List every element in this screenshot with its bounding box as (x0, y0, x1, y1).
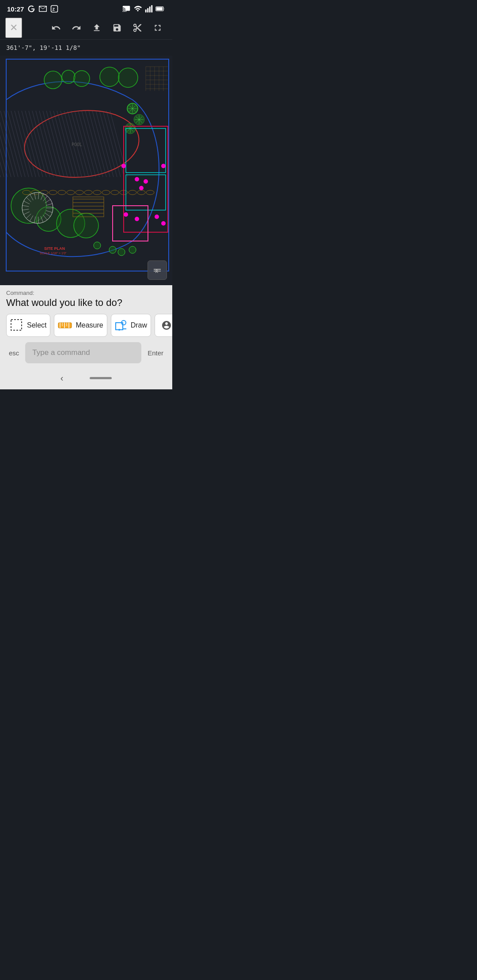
undo-button[interactable] (47, 19, 65, 36)
svg-rect-2 (145, 10, 147, 13)
enter-button[interactable]: Enter (145, 345, 166, 361)
coordinates-display: 361'-7", 19'-11 1/8" (0, 40, 172, 56)
more-button[interactable] (155, 314, 172, 337)
draw-icon (115, 319, 127, 332)
save-icon (112, 23, 122, 33)
command-input[interactable] (25, 342, 141, 363)
coordinates-value: 361'-7", 19'-11 1/8" (6, 44, 81, 51)
svg-rect-7 (156, 7, 163, 10)
status-icons-group (122, 5, 165, 13)
undo-icon (51, 23, 61, 33)
trim-button[interactable] (128, 19, 147, 36)
chevron-up-icon: ⌃ (154, 269, 161, 270)
redo-icon (72, 23, 81, 33)
time-display: 10:27 (7, 5, 24, 13)
upload-icon (92, 23, 102, 33)
trim-icon (132, 23, 142, 33)
fullscreen-icon (153, 23, 163, 33)
more-icon (161, 320, 172, 331)
svg-rect-4 (149, 7, 151, 13)
signal-icon (145, 5, 153, 13)
toolbar: ✕ (0, 16, 172, 40)
select-label: Select (27, 321, 46, 329)
chevron-up-icon-2: ⌃ (154, 271, 161, 271)
toolbar-actions (47, 19, 167, 36)
draw-button[interactable]: Draw (111, 314, 151, 337)
zoom-icon: Z (50, 5, 58, 13)
home-indicator[interactable] (90, 377, 112, 379)
select-icon (10, 319, 23, 332)
expand-panel-button[interactable]: ⌃ ⌃ (148, 260, 167, 280)
measure-button[interactable]: Measure (54, 314, 107, 337)
command-label: Command: (6, 290, 166, 296)
select-button[interactable]: Select (6, 314, 50, 337)
close-button[interactable]: ✕ (5, 18, 22, 38)
bottom-panel: Command: What would you like to do? Sele… (0, 285, 172, 369)
esc-button[interactable]: esc (6, 345, 22, 361)
draw-label: Draw (131, 321, 147, 329)
share-button[interactable] (87, 19, 106, 36)
status-bar: 10:27 Z (0, 0, 172, 16)
svg-point-18 (118, 329, 120, 331)
svg-rect-5 (151, 5, 152, 13)
save-button[interactable] (108, 19, 126, 36)
action-buttons-row: Select Measure Draw (6, 314, 166, 337)
command-question: What would you like to do? (6, 297, 166, 309)
gmail-icon (39, 6, 47, 12)
back-button[interactable]: ‹ (61, 373, 64, 383)
measure-label: Measure (76, 321, 103, 329)
cad-drawing[interactable] (0, 56, 172, 285)
command-input-row: esc Enter (6, 342, 166, 363)
navigation-bar: ‹ (0, 369, 172, 389)
svg-rect-8 (11, 320, 22, 330)
battery-icon (155, 5, 165, 12)
redo-button[interactable] (67, 19, 86, 36)
google-icon (27, 5, 35, 13)
wifi-icon (133, 5, 142, 13)
measure-icon (58, 321, 72, 330)
cast-icon (122, 5, 131, 13)
svg-text:Z: Z (53, 7, 55, 11)
status-time-group: 10:27 Z (7, 5, 58, 13)
fullscreen-button[interactable] (148, 19, 167, 36)
svg-rect-3 (147, 8, 148, 13)
cad-canvas[interactable]: ⌃ ⌃ (0, 56, 172, 285)
